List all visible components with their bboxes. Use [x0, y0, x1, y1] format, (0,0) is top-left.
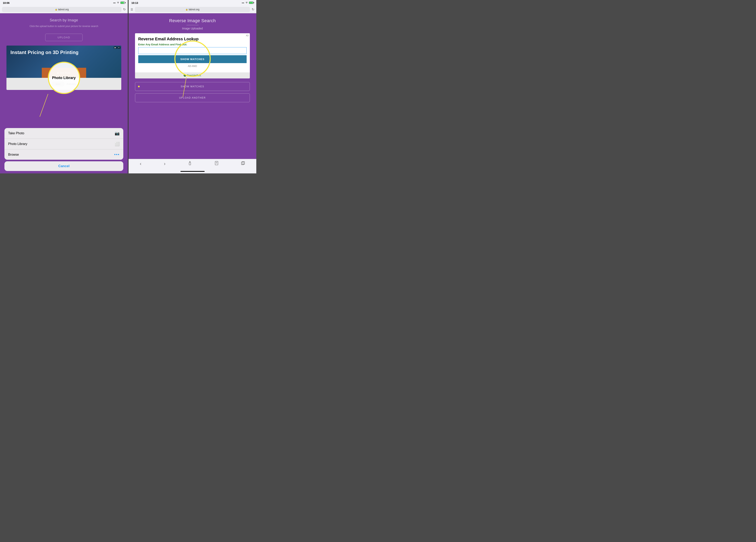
bookmarks-btn[interactable]	[215, 161, 219, 166]
dot-indicator	[138, 86, 140, 87]
lock-icon: 🔒	[55, 8, 57, 10]
ad-play-btn[interactable]: ▶	[114, 46, 117, 49]
photo-library-label: Photo Library	[8, 142, 27, 146]
callout-arrow-line	[40, 94, 48, 117]
svg-rect-2	[189, 163, 191, 165]
email-input[interactable]	[138, 47, 247, 54]
take-photo-item[interactable]: Take Photo 📷	[4, 128, 123, 139]
title-underline	[186, 25, 199, 25]
ad-text: Instant Pricing on 3D Printing	[10, 50, 117, 55]
back-btn[interactable]: ‹	[140, 161, 141, 167]
ad-upload-another-label: AD ANO	[138, 63, 247, 69]
right-battery-icon	[249, 2, 253, 4]
signal-icon: ▪▪▪	[113, 2, 116, 4]
right-status-text: Image Uploaded	[182, 27, 203, 30]
home-indicator	[129, 169, 256, 174]
show-matches-button[interactable]: SHOW MATCHES	[135, 82, 250, 91]
ad-show-matches-btn[interactable]: SHOW MATCHES	[138, 55, 247, 63]
ad-card-header: Reverse Email Address Lookup Enter Any E…	[135, 33, 250, 72]
right-time: 10:13	[131, 1, 138, 4]
right-url-text: labnol.org	[189, 8, 199, 11]
photo-library-item[interactable]: Photo Library ⬜	[4, 139, 123, 150]
right-phone: 10:13 ▪▪▪ ☰ 🔒 labnol.org ↻ Reverse Image…	[129, 0, 256, 174]
verified-text: BeenVerified.	[187, 74, 201, 77]
right-signal-icon: ▪▪▪	[242, 2, 244, 4]
action-buttons: SHOW MATCHES UPLOAD ANOTHER	[135, 82, 250, 102]
photo-library-icon: ⬜	[115, 142, 120, 146]
right-url-bar[interactable]: 🔒 labnol.org	[135, 7, 250, 12]
left-battery-icon	[120, 2, 125, 4]
camera-icon: 📷	[115, 131, 120, 136]
right-status-icons: ▪▪▪	[242, 2, 253, 4]
ad-close-btn[interactable]: ✕	[117, 46, 120, 49]
share-btn[interactable]	[188, 161, 192, 166]
ad-label: AD	[246, 35, 249, 37]
upload-button[interactable]: UPLOAD	[45, 34, 82, 41]
left-time: 10:06	[3, 1, 9, 4]
take-photo-label: Take Photo	[8, 132, 24, 135]
browse-item[interactable]: Browse •••	[4, 150, 123, 160]
left-browser-bar: 🔒 labnol.org ↻	[0, 6, 128, 13]
left-url-bar[interactable]: 🔒 labnol.org	[2, 7, 121, 12]
right-lock-icon: 🔒	[185, 8, 188, 10]
cancel-button[interactable]: Cancel	[4, 161, 123, 171]
ad-card-title: Reverse Email Address Lookup	[138, 37, 247, 41]
bottom-sheet-main: Take Photo 📷 Photo Library ⬜ Browse •••	[4, 128, 123, 160]
left-status-bar: 10:06 ▪▪▪	[0, 0, 128, 6]
ad-card-subtitle: Enter Any Email Address and Find Out:	[138, 43, 247, 46]
left-status-icons: ▪▪▪	[113, 2, 125, 4]
home-bar	[180, 171, 205, 172]
right-status-bar: 10:13 ▪▪▪	[129, 0, 256, 6]
left-page-title: Search by Image	[50, 18, 78, 22]
more-icon: •••	[114, 152, 120, 157]
right-page-title: Reverse Image Search	[169, 18, 216, 23]
right-browser-bar: ☰ 🔒 labnol.org ↻	[129, 6, 256, 13]
left-reload-btn[interactable]: ↻	[123, 7, 126, 11]
browse-label: Browse	[8, 153, 19, 157]
bottom-nav: ‹ ›	[129, 159, 256, 169]
left-page-subtitle: Click the upload button to submit your p…	[21, 24, 106, 28]
left-callout-circle: Photo Library	[48, 62, 80, 94]
right-page-content: Reverse Image Search Image Uploaded AD R…	[129, 13, 256, 159]
left-url-text: labnol.org	[58, 8, 69, 11]
right-ad-card: AD Reverse Email Address Lookup Enter An…	[135, 33, 250, 78]
tabs-btn[interactable]	[241, 161, 245, 166]
svg-text:✓: ✓	[184, 75, 185, 76]
ad-verified-logo: ✓ BeenVerified.	[135, 72, 250, 78]
callout-label: Photo Library	[52, 76, 76, 80]
wifi-icon	[117, 2, 119, 4]
left-phone: 10:06 ▪▪▪ 🔒 labnol.org ↻ Search by Image…	[0, 0, 128, 174]
bottom-sheet: Take Photo 📷 Photo Library ⬜ Browse ••• …	[0, 128, 128, 174]
right-reload-btn[interactable]: ↻	[252, 7, 254, 11]
upload-another-button[interactable]: UPLOAD ANOTHER	[135, 93, 250, 102]
forward-btn[interactable]: ›	[164, 161, 165, 167]
show-matches-label: SHOW MATCHES	[181, 85, 204, 88]
hamburger-icon[interactable]: ☰	[131, 8, 133, 11]
left-page-content: Search by Image Click the upload button …	[0, 13, 128, 174]
right-wifi-icon	[245, 2, 248, 4]
